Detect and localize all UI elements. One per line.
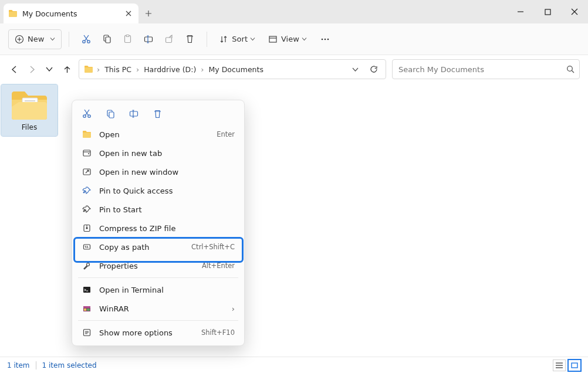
copy-path-icon [82,242,92,252]
separator [78,320,238,321]
properties-icon [82,260,92,271]
recent-button[interactable] [43,63,55,75]
chevron-right-icon[interactable]: › [135,65,140,74]
titlebar: My Documents [0,0,588,23]
open-window-icon [82,167,92,177]
svg-point-13 [327,38,329,40]
pin-icon [82,185,92,196]
svg-rect-5 [106,37,110,43]
selection-count: 1 item selected [42,361,97,369]
context-menu: Open Enter Open in new tab Open in new w… [72,100,245,346]
new-label: New [28,35,44,43]
cut-button[interactable] [80,107,93,120]
window-tab[interactable]: My Documents [4,4,138,23]
breadcrumb-item[interactable]: My Documents [208,65,265,74]
svg-point-25 [87,263,90,266]
chevron-down-icon [302,36,307,42]
svg-rect-24 [84,245,90,249]
navbar: › This PC › Harddrive (D:) › My Document… [0,55,588,83]
window-controls [507,0,588,23]
refresh-button[interactable] [366,61,382,77]
up-button[interactable] [61,63,73,75]
svg-rect-21 [83,150,90,156]
folder-item[interactable]: Files [1,84,58,136]
search-input[interactable] [397,65,566,74]
more-options-icon [82,327,92,338]
ctx-compress[interactable]: Compress to ZIP file [76,219,241,238]
chevron-right-icon[interactable]: › [200,65,205,74]
ctx-pin-quick[interactable]: Pin to Quick access [76,181,241,200]
item-count: 1 item [7,361,30,369]
open-tab-icon [82,148,92,158]
context-quick-actions [76,104,241,125]
ctx-open[interactable]: Open Enter [76,125,241,144]
view-button[interactable]: View [263,29,312,49]
ctx-open-new-window[interactable]: Open in new window [76,162,241,181]
svg-rect-29 [84,308,86,311]
more-button[interactable] [315,29,335,49]
new-button[interactable]: New [8,29,62,49]
forward-button[interactable] [26,63,38,75]
folder-icon [82,129,92,140]
svg-rect-32 [572,363,577,368]
back-button[interactable] [8,63,20,75]
maximize-button[interactable] [534,0,561,23]
view-label: View [281,35,299,43]
delete-button[interactable] [151,107,164,120]
folder-icon [8,88,50,122]
copy-button[interactable] [97,29,117,49]
svg-point-14 [567,66,573,72]
ctx-pin-start[interactable]: Pin to Start [76,200,241,219]
cut-button[interactable] [76,29,96,49]
svg-rect-19 [109,112,114,118]
search-icon [566,65,575,73]
share-button[interactable] [160,29,179,49]
folder-icon [8,9,18,18]
svg-rect-30 [87,308,90,311]
svg-point-11 [322,38,323,40]
svg-rect-28 [83,306,90,308]
ctx-copy-path[interactable]: Copy as path Ctrl+Shift+C [76,238,241,256]
folder-label: Files [22,123,37,131]
chevron-down-icon [250,36,255,42]
sort-label: Sort [232,35,248,43]
ctx-terminal[interactable]: Open in Terminal [76,280,241,299]
svg-rect-7 [126,35,129,37]
details-view-button[interactable] [553,360,566,371]
svg-rect-10 [269,36,276,42]
ctx-open-new-tab[interactable]: Open in new tab [76,144,241,162]
new-tab-button[interactable] [138,4,158,23]
chevron-right-icon[interactable]: › [96,65,101,74]
copy-button[interactable] [104,107,117,120]
breadcrumb-dropdown[interactable] [347,61,363,77]
ctx-more-options[interactable]: Show more options Shift+F10 [76,323,241,342]
tab-title: My Documents [22,9,120,18]
paste-button[interactable] [118,29,137,49]
delete-button[interactable] [180,29,200,49]
toolbar: New Sort View [0,23,588,55]
svg-rect-8 [145,37,153,42]
search-box[interactable] [392,59,580,79]
chevron-right-icon: › [232,304,235,313]
rename-button[interactable] [138,29,158,49]
sort-button[interactable]: Sort [214,29,260,49]
ctx-properties[interactable]: Properties Alt+Enter [76,256,241,275]
svg-rect-26 [83,287,90,293]
svg-rect-20 [130,111,138,116]
breadcrumb[interactable]: › This PC › Harddrive (D:) › My Document… [79,59,386,79]
minimize-button[interactable] [507,0,534,23]
close-button[interactable] [561,0,588,23]
pin-icon [82,204,92,215]
breadcrumb-item[interactable]: Harddrive (D:) [143,65,197,74]
rename-button[interactable] [127,107,140,120]
close-tab-button[interactable] [124,9,133,18]
ctx-winrar[interactable]: WinRAR › [76,299,241,318]
separator [78,277,238,278]
svg-point-12 [325,38,326,40]
separator [207,32,207,47]
statusbar: 1 item 1 item selected [0,357,588,373]
terminal-icon [82,284,92,295]
separator [69,32,69,47]
breadcrumb-item[interactable]: This PC [103,65,133,74]
icons-view-button[interactable] [568,360,581,371]
